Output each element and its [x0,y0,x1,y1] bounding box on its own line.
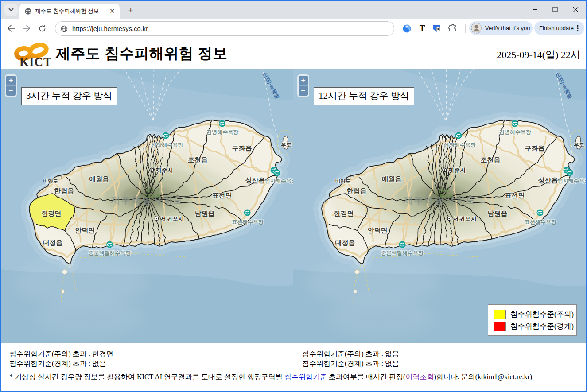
url-text: https://jeju.hermesys.co.kr [72,25,148,32]
beach-marker-icon [512,120,518,127]
bottom-section: 침수위험기준(주의) 초과 : 한경면침수위험기준(경계) 초과 : 없음 침수… [1,343,586,391]
map-panel-12h[interactable]: 제주특별자치도한라산국립공원산포)-녹동항애월읍한림읍한경면대정읍안덕면남원읍표… [293,69,586,343]
chevron-down-icon [8,8,14,12]
maximize-button[interactable] [545,1,565,18]
map-label-beach: 섭지해수욕장 [557,178,586,184]
footnote-link[interactable]: 이력조회 [405,373,434,380]
beach-marker-icon [567,170,573,176]
extension-t-icon[interactable]: T [416,23,428,34]
forward-arrow-icon [23,25,31,32]
minimize-button[interactable] [525,1,545,18]
map-title: 3시간 누적 강우 방식 [21,87,117,105]
svg-text:KICT: KICT [19,55,52,68]
finish-update-button[interactable]: Finish update [534,21,584,35]
map-label-district: 대정읍 [43,239,62,246]
caption-3h: 침수위험기준(주의) 초과 : 한경면침수위험기준(경계) 초과 : 없음 [1,345,293,369]
avatar [471,23,482,34]
zoom-control: +− [297,74,309,97]
map-label-hallasan: 한라산 [439,188,452,193]
beach-marker-icon [163,132,169,139]
caption-line: 침수위험기준(주의) 초과 : 없음 [302,349,586,359]
legend-item: 침수위험수준(경계) [494,321,576,332]
map-label-beach: 삼양해수욕장 [443,142,476,148]
map-label-island: 비양도 [335,179,351,184]
map-label-island: 우도 [574,142,584,148]
map-label-beach: 표선해수욕장 [232,219,264,225]
map-label-district: 구좌읍 [232,144,252,152]
window-controls [525,1,586,18]
map-label-district: 애월읍 [89,175,109,182]
back-button[interactable] [4,22,18,35]
zoom-in-button[interactable]: + [6,76,16,86]
beach-marker-icon [455,132,462,139]
beach-marker-icon [274,170,280,176]
map-label-city: 서귀포시 [160,216,184,222]
map-label-city: 서귀포시 [453,216,477,222]
map-label-district: 조천읍 [481,156,501,163]
tab-search-button[interactable] [4,4,18,16]
map-label-district: 한림읍 [54,187,74,194]
beach-marker-icon [106,241,113,248]
map-label-city: 제주시 [155,167,173,173]
jeju-map: 제주특별자치도한라산국립공원산포)-녹동항애월읍한림읍한경면대정읍안덕면남원읍표… [293,69,586,343]
zoom-out-button[interactable]: − [299,86,308,96]
kict-logo: KICT [7,39,53,68]
extensions-puzzle-icon[interactable] [447,23,459,34]
map-title: 12시간 누적 강우 방식 [314,87,414,105]
zoom-in-button[interactable]: + [299,76,308,86]
tab-title: 제주도 침수피해위험 정보 [35,8,109,15]
map-label-island: 비양도 [43,179,58,184]
verify-button-label: Verify that it's you [485,25,530,31]
page-title: 제주도 침수피해위험 정보 [56,44,228,64]
caption-line: 침수위험기준(경계) 초과 : 없음 [9,359,293,369]
extension-sider-icon[interactable] [401,23,412,34]
map-label-beach: 삼양해수욕장 [151,142,183,148]
beach-marker-icon [219,120,225,127]
verify-profile-button[interactable]: Verify that it's you [469,21,533,35]
legend-item: 침수위험수준(주의) [494,309,576,320]
map-label-district: 한경면 [334,210,354,217]
caption-12h: 침수위험기준(주의) 초과 : 없음침수위험기준(경계) 초과 : 없음 [293,345,586,369]
map-panel-3h[interactable]: 제주특별자치도한라산국립공원산포)-녹동항애월읍한림읍한경면대정읍안덕면남원읍표… [1,69,293,343]
map-label-district: 표선면 [505,191,525,199]
map-label-national-park: 국립공원 [143,194,161,198]
reload-icon [39,25,46,32]
tab-strip: 제주도 침수피해위험 정보 ✕ + [1,1,586,19]
footnote: * 기상청 실시간 강우량 정보를 활용하여 KICT AI 연구결과를 토대로… [1,369,586,382]
map-label-district: 한림읍 [347,187,367,194]
map-label-district: 대정읍 [335,239,355,246]
extension-password-icon[interactable] [431,23,443,34]
map-legend: 침수위험수준(주의)침수위험수준(경계) [488,304,577,336]
caption-line: 침수위험기준(주의) 초과 : 한경면 [9,349,293,359]
legend-swatch [494,310,506,319]
address-bar[interactable]: https://jeju.hermesys.co.kr [55,21,394,36]
map-label-beach: 섭지해수욕장 [264,178,293,184]
map-label-district: 조천읍 [188,156,208,163]
beach-marker-icon [399,241,406,248]
back-arrow-icon [7,25,15,32]
site-info-globe-icon [61,25,68,32]
close-window-button[interactable] [565,1,586,18]
maps-row: 제주특별자치도한라산국립공원산포)-녹동항애월읍한림읍한경면대정읍안덕면남원읍표… [1,69,586,343]
reload-button[interactable] [35,22,49,35]
tab-jeju-flood-info[interactable]: 제주도 침수피해위험 정보 ✕ [19,4,120,19]
footnote-text: * 기상청 실시간 강우량 정보를 활용하여 KICT AI 연구결과를 토대로… [9,373,284,380]
new-tab-button[interactable]: + [125,4,136,16]
update-button-label: Finish update [539,25,574,31]
zoom-out-button[interactable]: − [6,86,16,96]
map-label-district: 성산읍 [245,176,265,184]
map-label-district: 안덕면 [368,226,388,234]
map-label-district: 안덕면 [75,226,95,234]
globe-favicon-icon [25,8,31,15]
footnote-link[interactable]: 침수위험기준 [284,373,327,380]
map-label-district: 구좌읍 [525,144,545,152]
map-label-district: 한경면 [41,210,61,217]
page-datetime: 2025-09-14(일) 22시 [497,48,580,62]
tab-close-icon[interactable]: ✕ [109,8,116,15]
map-label-district: 남원읍 [195,210,215,217]
zoom-control: +− [5,74,17,97]
map-label-beach: 표선해수욕장 [525,219,556,225]
map-label-national-park: 국립공원 [435,194,453,198]
caption-line: 침수위험기준(경계) 초과 : 없음 [302,359,586,369]
forward-button[interactable] [20,22,33,35]
